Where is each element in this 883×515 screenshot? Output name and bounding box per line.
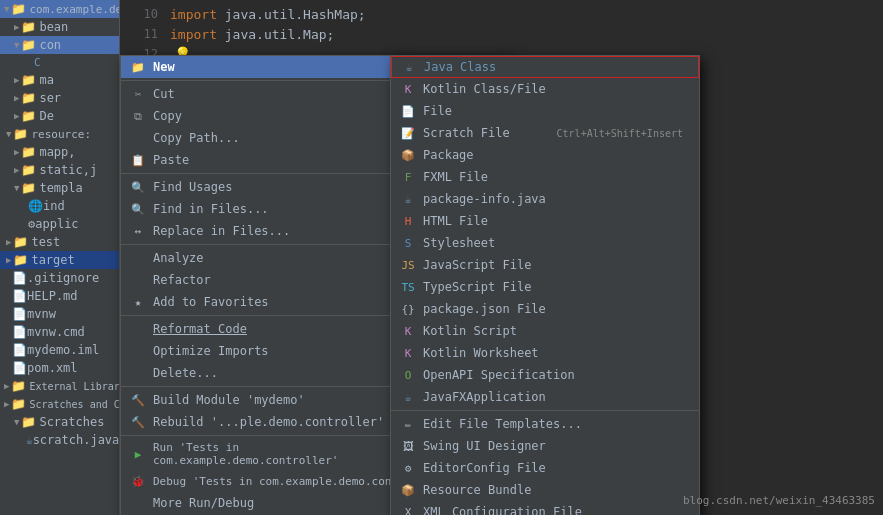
- sidebar-item-gitignore[interactable]: 📄 .gitignore: [0, 269, 119, 287]
- file-icon: 📄: [12, 271, 27, 285]
- sidebar-item-helpmd[interactable]: 📄 HELP.md: [0, 287, 119, 305]
- submenu-item-scratch-file[interactable]: 📝 Scratch File Ctrl+Alt+Shift+Insert: [391, 122, 699, 144]
- sidebar-item-scratches[interactable]: ▼ 📁 Scratches: [0, 413, 119, 431]
- folder-icon: 📁: [21, 109, 36, 123]
- sidebar-item-external-libs[interactable]: ▶ 📁 External Libraries: [0, 377, 119, 395]
- sidebar-item-label: mvnw: [27, 307, 56, 321]
- folder-icon: 📁: [21, 20, 36, 34]
- expand-arrow: ▶: [14, 22, 19, 32]
- sidebar-item-label: mvnw.cmd: [27, 325, 85, 339]
- sidebar-item-ma[interactable]: ▶ 📁 ma: [0, 71, 119, 89]
- ts-icon: TS: [399, 280, 417, 294]
- expand-arrow: ▶: [4, 399, 9, 409]
- folder-icon: 📁: [11, 397, 26, 411]
- reformat-icon: [129, 322, 147, 336]
- submenu-item-file[interactable]: 📄 File: [391, 100, 699, 122]
- submenu-item-swing[interactable]: 🖼 Swing UI Designer: [391, 435, 699, 457]
- sidebar-item-label: templa: [39, 181, 82, 195]
- sidebar-item-ser[interactable]: ▶ 📁 ser: [0, 89, 119, 107]
- sidebar-item-con[interactable]: ▼ 📁 con: [0, 36, 119, 54]
- swing-icon: 🖼: [399, 439, 417, 453]
- folder-icon: 📁: [13, 253, 28, 267]
- submenu-label: HTML File: [423, 214, 488, 228]
- sidebar-item-scratch-java[interactable]: ☕ scratch.java: [0, 431, 119, 449]
- submenu-label: Scratch File: [423, 126, 510, 140]
- sidebar-item-resources[interactable]: ▼ 📁 resource:: [0, 125, 119, 143]
- folder-icon: 📁: [21, 415, 36, 429]
- css-icon: S: [399, 236, 417, 250]
- submenu-label: package.json File: [423, 302, 546, 316]
- sidebar-item-mvnwcmd[interactable]: 📄 mvnw.cmd: [0, 323, 119, 341]
- submenu-label: EditorConfig File: [423, 461, 546, 475]
- sidebar-item-target[interactable]: ▶ 📁 target: [0, 251, 119, 269]
- cut-icon: ✂: [129, 87, 147, 101]
- sidebar-item-label: mapp,: [39, 145, 75, 159]
- submenu-item-fxml[interactable]: F FXML File: [391, 166, 699, 188]
- java-icon: ☕: [399, 192, 417, 206]
- submenu-item-package[interactable]: 📦 Package: [391, 144, 699, 166]
- find-files-icon: 🔍: [129, 202, 147, 216]
- sidebar-item-label: ser: [39, 91, 61, 105]
- sidebar-item-label: Scratches and Con: [29, 399, 120, 410]
- submenu-item-editorconfig[interactable]: ⚙ EditorConfig File: [391, 457, 699, 479]
- file-icon: 📄: [12, 307, 27, 321]
- sidebar-item-mapp[interactable]: ▶ 📁 mapp,: [0, 143, 119, 161]
- sidebar-item-static[interactable]: ▶ 📁 static,j: [0, 161, 119, 179]
- submenu-label: Edit File Templates...: [423, 417, 582, 431]
- sidebar-item-applic[interactable]: ⚙ applic: [0, 215, 119, 233]
- sidebar-item-mvnw[interactable]: 📄 mvnw: [0, 305, 119, 323]
- submenu-item-stylesheet[interactable]: S Stylesheet: [391, 232, 699, 254]
- submenu-label: package-info.java: [423, 192, 546, 206]
- folder-icon: 📁: [21, 73, 36, 87]
- html-icon: H: [399, 214, 417, 228]
- openapi-icon: O: [399, 368, 417, 382]
- submenu-item-package-json[interactable]: {} package.json File: [391, 298, 699, 320]
- refactor-icon: [129, 273, 147, 287]
- menu-label: Rebuild '...ple.demo.controller': [153, 415, 387, 429]
- submenu: ☕ Java Class K Kotlin Class/File 📄 File …: [390, 55, 700, 515]
- sidebar-item-scratches-and-con[interactable]: ▶ 📁 Scratches and Con: [0, 395, 119, 413]
- scratch-icon: 📝: [399, 126, 417, 140]
- sidebar-item-pomxml[interactable]: 📄 pom.xml: [0, 359, 119, 377]
- sidebar-item-label: resource:: [31, 128, 91, 141]
- build-icon: 🔨: [129, 393, 147, 407]
- java-icon: ☕: [26, 434, 33, 447]
- sidebar-item-c[interactable]: C: [0, 54, 119, 71]
- file-icon: 📄: [12, 343, 27, 357]
- submenu-item-java-class[interactable]: ☕ Java Class: [391, 56, 699, 78]
- line-number: 10: [128, 7, 158, 21]
- fxml-icon: F: [399, 170, 417, 184]
- submenu-label: Package: [423, 148, 474, 162]
- sidebar-item-bean[interactable]: ▶ 📁 bean: [0, 18, 119, 36]
- folder-icon: 📁: [13, 235, 28, 249]
- sidebar-item-de[interactable]: ▶ 📁 De: [0, 107, 119, 125]
- copy-path-icon: [129, 131, 147, 145]
- sidebar-item-label: ind: [43, 199, 65, 213]
- submenu-item-kotlin-class[interactable]: K Kotlin Class/File: [391, 78, 699, 100]
- submenu-item-javafx[interactable]: ☕ JavaFXApplication: [391, 386, 699, 408]
- file-icon: 📄: [12, 361, 27, 375]
- watermark: blog.csdn.net/weixin_43463385: [683, 494, 875, 507]
- submenu-item-xml-config[interactable]: X XML Configuration File: [391, 501, 699, 515]
- submenu-item-edit-templates[interactable]: ✏ Edit File Templates...: [391, 413, 699, 435]
- submenu-item-kotlin-script[interactable]: K Kotlin Script: [391, 320, 699, 342]
- sidebar-item-test[interactable]: ▶ 📁 test: [0, 233, 119, 251]
- rebuild-icon: 🔨: [129, 415, 147, 429]
- sidebar-item-mydemo[interactable]: 📄 mydemo.iml: [0, 341, 119, 359]
- sidebar-item-label: .gitignore: [27, 271, 99, 285]
- expand-arrow: ▶: [6, 255, 11, 265]
- sidebar-item-templa[interactable]: ▼ 📁 templa: [0, 179, 119, 197]
- menu-label: Find in Files...: [153, 202, 394, 216]
- submenu-item-openapi[interactable]: O OpenAPI Specification: [391, 364, 699, 386]
- menu-label: Replace in Files...: [153, 224, 394, 238]
- code-line-11: 11 import java.util.Map;: [128, 24, 875, 44]
- submenu-item-package-info[interactable]: ☕ package-info.java: [391, 188, 699, 210]
- submenu-item-js[interactable]: JS JavaScript File: [391, 254, 699, 276]
- sidebar-item-com-example-demo[interactable]: ▼ 📁 com.example.demo: [0, 0, 119, 18]
- submenu-item-ts[interactable]: TS TypeScript File: [391, 276, 699, 298]
- submenu-label: TypeScript File: [423, 280, 531, 294]
- submenu-item-html[interactable]: H HTML File: [391, 210, 699, 232]
- submenu-item-resource-bundle[interactable]: 📦 Resource Bundle: [391, 479, 699, 501]
- sidebar-item-ind[interactable]: 🌐 ind: [0, 197, 119, 215]
- submenu-item-kotlin-worksheet[interactable]: K Kotlin Worksheet: [391, 342, 699, 364]
